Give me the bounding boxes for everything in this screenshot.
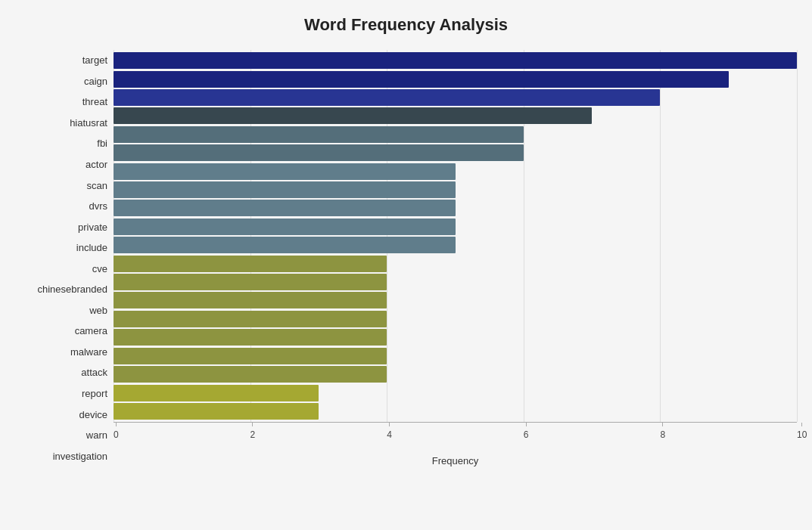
x-tick-label: 6 (524, 429, 529, 440)
x-tick-label: 0 (114, 429, 119, 440)
x-tick-line (252, 423, 253, 426)
bar (114, 52, 797, 69)
x-tick-line (662, 423, 663, 426)
x-tick-line (389, 423, 390, 426)
bar-row (114, 347, 797, 365)
bar (114, 89, 660, 106)
y-label: scan (87, 181, 107, 191)
x-tick-line (526, 423, 527, 426)
y-label: target (82, 55, 107, 65)
bar-row (114, 310, 797, 328)
y-label: hiatusrat (70, 118, 107, 128)
bar (114, 329, 387, 346)
bar-row (114, 273, 797, 291)
bar-row (114, 402, 797, 420)
x-tick: 10 (797, 423, 807, 440)
bar (114, 200, 456, 216)
y-label: caign (84, 76, 107, 86)
bar-row (114, 70, 797, 88)
y-label: threat (82, 97, 107, 107)
bar (114, 219, 456, 235)
bar-row (114, 88, 797, 107)
bar-row (114, 236, 797, 254)
chart-area: targetcaignthreathiatusratfbiactorscandv… (15, 50, 797, 466)
x-tick-label: 10 (797, 429, 807, 440)
bar (114, 311, 387, 327)
bar-row (114, 107, 797, 125)
x-tick: 6 (524, 423, 529, 440)
bar-row (114, 365, 797, 383)
y-label: cve (92, 264, 107, 274)
y-label: include (76, 243, 107, 253)
bar (114, 163, 456, 180)
bars-and-xaxis: 0246810 Frequency (114, 50, 797, 466)
bar (114, 385, 319, 401)
grid-line (797, 50, 798, 422)
x-tick: 2 (250, 423, 256, 440)
bar-row (114, 291, 797, 309)
y-label: warn (86, 430, 107, 440)
y-label: chinesebranded (37, 284, 107, 294)
y-labels: targetcaignthreathiatusratfbiactorscandv… (15, 50, 114, 466)
y-label: attack (81, 367, 107, 377)
bar (114, 366, 387, 383)
bar (114, 292, 387, 308)
bars-list (114, 50, 797, 422)
bar-row (114, 254, 797, 272)
bar-row (114, 328, 797, 346)
x-tick-label: 8 (660, 429, 665, 440)
x-axis-title: Frequency (114, 455, 797, 466)
bar (114, 274, 387, 290)
x-tick-line (116, 423, 117, 426)
bar-row (114, 383, 797, 401)
y-label: investigation (53, 451, 107, 461)
y-label: private (78, 222, 107, 232)
y-label: web (89, 305, 107, 315)
chart-title: Word Frequency Analysis (15, 15, 797, 35)
chart-container: Word Frequency Analysis targetcaignthrea… (0, 0, 812, 530)
bar-row (114, 126, 797, 144)
bar (114, 71, 729, 88)
bar (114, 256, 387, 272)
bar (114, 348, 387, 364)
y-label: malware (70, 347, 107, 357)
bar (114, 403, 319, 420)
bar (114, 237, 456, 253)
bar (114, 126, 524, 143)
bar-row (114, 144, 797, 162)
bar-row (114, 218, 797, 236)
x-axis: 0246810 (114, 422, 797, 452)
y-label: fbi (97, 138, 107, 148)
bar-row (114, 199, 797, 217)
bars-region (114, 50, 797, 422)
y-label: actor (86, 160, 107, 169)
y-label: dvrs (89, 201, 107, 211)
x-tick-label: 4 (387, 429, 392, 440)
x-tick: 8 (660, 423, 665, 440)
x-tick-label: 2 (250, 429, 256, 440)
y-label: device (79, 410, 107, 420)
bar (114, 181, 456, 198)
bar (114, 144, 524, 161)
bar-row (114, 162, 797, 180)
x-tick-line (801, 423, 802, 426)
y-label: report (82, 389, 107, 398)
bar-row (114, 51, 797, 70)
bar-row (114, 181, 797, 199)
bar (114, 107, 592, 124)
x-tick: 4 (387, 423, 392, 440)
y-label: camera (75, 326, 107, 336)
x-tick: 0 (114, 423, 119, 440)
